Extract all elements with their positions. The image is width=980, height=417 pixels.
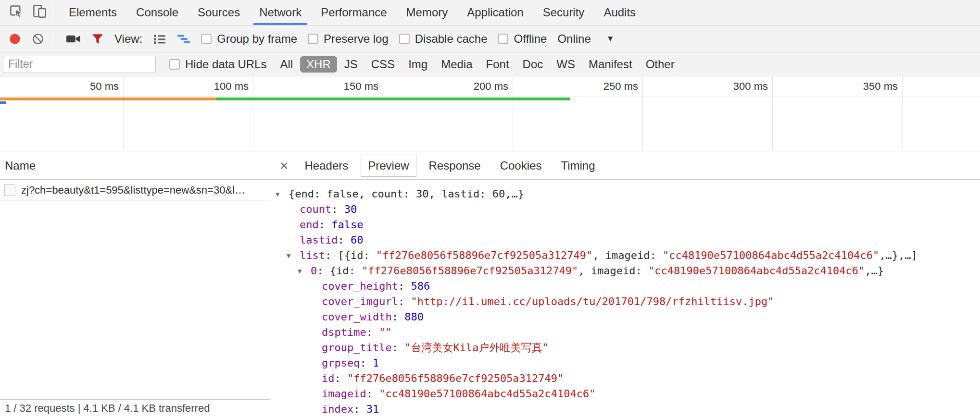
detail-tab-response[interactable]: Response (422, 155, 488, 176)
timeline-gridline (772, 76, 773, 151)
requests-name-header[interactable]: Name (0, 152, 270, 180)
table-row[interactable]: zj?ch=beauty&t1=595&listtype=new&sn=30&l… (0, 180, 270, 201)
detail-tab-headers[interactable]: Headers (298, 155, 355, 176)
type-filter-ws[interactable]: WS (556, 58, 575, 71)
tree-line[interactable]: ▼{end: false, count: 30, lastid: 60,…} (270, 186, 980, 202)
resource-type-filters: AllXHRJSCSSImgMediaFontDocWSManifestOthe… (280, 56, 674, 73)
tree-line[interactable]: imageid: "cc48190e57100864abc4d55a2c4104… (270, 386, 980, 402)
requests-status-text: 1 / 32 requests | 4.1 KB / 4.1 KB transf… (5, 402, 210, 415)
tab-network[interactable]: Network (250, 0, 311, 25)
checkbox-box[interactable] (308, 34, 318, 44)
expand-arrow-icon[interactable]: ▼ (298, 263, 302, 279)
tree-line[interactable]: group_title: "台湾美女Kila户外唯美写真" (270, 340, 980, 356)
type-filter-all[interactable]: All (280, 58, 293, 71)
type-filter-media[interactable]: Media (441, 58, 472, 71)
tree-segment-string: "cc48190e57100864abc4d55a2c4104c6" (648, 265, 865, 277)
use-large-rows-button[interactable] (153, 33, 166, 45)
inspect-element-button[interactable] (5, 2, 28, 23)
tree-line[interactable]: index: 31 (270, 402, 980, 417)
checkbox-preserve-log[interactable]: Preserve log (308, 32, 389, 46)
checkbox-box[interactable] (399, 34, 410, 44)
capture-screenshots-button[interactable] (66, 33, 81, 45)
tree-line[interactable]: dsptime: "" (270, 325, 980, 340)
tree-line[interactable]: grpseq: 1 (270, 356, 980, 371)
type-filter-img[interactable]: Img (408, 58, 427, 71)
close-detail-icon[interactable]: × (276, 159, 292, 173)
type-filter-xhr[interactable]: XHR (300, 56, 337, 73)
tree-segment-plain: ,…},…] (879, 249, 917, 261)
type-filter-manifest[interactable]: Manifest (589, 58, 632, 71)
show-overview-button[interactable] (177, 33, 190, 45)
funnel-icon (91, 33, 104, 45)
tab-application[interactable]: Application (457, 0, 533, 25)
tree-line[interactable]: ▼list: [{id: "ff276e8056f58896e7cf92505a… (270, 248, 980, 263)
throttling-select[interactable]: Online ▼ (557, 32, 614, 46)
type-filter-css[interactable]: CSS (371, 58, 395, 71)
tree-line[interactable]: lastid: 60 (270, 233, 980, 248)
expand-arrow-icon[interactable]: ▼ (276, 186, 279, 202)
checkbox-hide-data-urls[interactable]: Hide data URLs (169, 58, 266, 71)
devtools-tabbar: ElementsConsoleSourcesNetworkPerformance… (0, 0, 980, 25)
timeline-gridline (513, 76, 513, 151)
dropdown-caret-icon: ▼ (606, 34, 615, 44)
tree-line[interactable]: cover_imgurl: "http://i1.umei.cc/uploads… (270, 294, 980, 309)
filter-toggle-button[interactable] (91, 33, 104, 45)
device-toolbar-icon (32, 4, 47, 21)
tree-line[interactable]: cover_height: 586 (270, 279, 980, 294)
tree-segment-plain: : (392, 342, 405, 354)
checkbox-box[interactable] (201, 34, 212, 44)
overview-label-border (0, 97, 980, 97)
tree-line[interactable]: count: 30 (270, 202, 980, 217)
tree-line[interactable]: cover_width: 880 (270, 309, 980, 325)
request-icon (4, 184, 15, 196)
tree-segment-number: 30 (344, 203, 357, 215)
checkbox-box[interactable] (169, 59, 180, 70)
tree-segment-key: dsptime (322, 326, 366, 338)
tree-segment-string: "ff276e8056f58896e7cf92505a312749" (347, 372, 564, 384)
checkbox-offline[interactable]: Offline (498, 32, 547, 46)
request-detail-panel: × HeadersPreviewResponseCookiesTiming ▼{… (270, 152, 980, 417)
record-button[interactable] (9, 33, 21, 45)
type-filter-font[interactable]: Font (486, 58, 509, 71)
list-view-icon (153, 33, 166, 45)
checkbox-box[interactable] (498, 34, 508, 44)
tab-security[interactable]: Security (533, 0, 594, 25)
detail-tab-timing[interactable]: Timing (554, 155, 602, 176)
network-filter-bar: Hide data URLs AllXHRJSCSSImgMediaFontDo… (0, 52, 980, 76)
detail-tabbar: × HeadersPreviewResponseCookiesTiming (270, 152, 980, 180)
checkbox-disable-cache[interactable]: Disable cache (399, 32, 488, 46)
tabbar-divider (55, 4, 55, 21)
clear-icon (32, 33, 44, 45)
tree-segment-string: "" (379, 326, 392, 338)
filter-input[interactable] (3, 56, 156, 73)
checkbox-group-by-frame[interactable]: Group by frame (201, 32, 297, 46)
tab-sources[interactable]: Sources (188, 0, 250, 25)
tree-line[interactable]: ▼0: {id: "ff276e8056f58896e7cf92505a3127… (270, 263, 980, 279)
tree-segment-plain: ,…} (865, 265, 884, 277)
device-toolbar-button[interactable] (28, 2, 51, 23)
type-filter-js[interactable]: JS (344, 58, 358, 71)
clear-button[interactable] (32, 33, 44, 45)
view-label: View: (114, 32, 142, 46)
type-filter-doc[interactable]: Doc (523, 58, 543, 71)
tab-console[interactable]: Console (126, 0, 188, 25)
tree-segment-plain: : (353, 403, 366, 415)
tab-performance[interactable]: Performance (311, 0, 396, 25)
tree-line[interactable]: id: "ff276e8056f58896e7cf92505a312749" (270, 371, 980, 386)
tree-line[interactable]: end: false (270, 217, 980, 233)
tab-elements[interactable]: Elements (59, 0, 126, 25)
record-icon (9, 33, 21, 45)
detail-tab-preview[interactable]: Preview (361, 155, 416, 177)
tree-segment-string: "ff276e8056f58896e7cf92505a312749" (376, 249, 592, 261)
expand-arrow-icon[interactable]: ▼ (287, 248, 290, 263)
overview-bar (216, 98, 570, 100)
toolbar-divider (55, 31, 55, 47)
detail-tab-cookies[interactable]: Cookies (493, 155, 549, 176)
network-overview[interactable]: 50 ms100 ms150 ms200 ms250 ms300 ms350 m… (0, 76, 980, 151)
network-main: Name zj?ch=beauty&t1=595&listtype=new&sn… (0, 152, 980, 417)
tab-audits[interactable]: Audits (594, 0, 645, 25)
tree-segment-key: index (322, 403, 353, 415)
tree-segment-plain: : (398, 280, 411, 292)
type-filter-other[interactable]: Other (646, 58, 675, 71)
tab-memory[interactable]: Memory (397, 0, 458, 25)
